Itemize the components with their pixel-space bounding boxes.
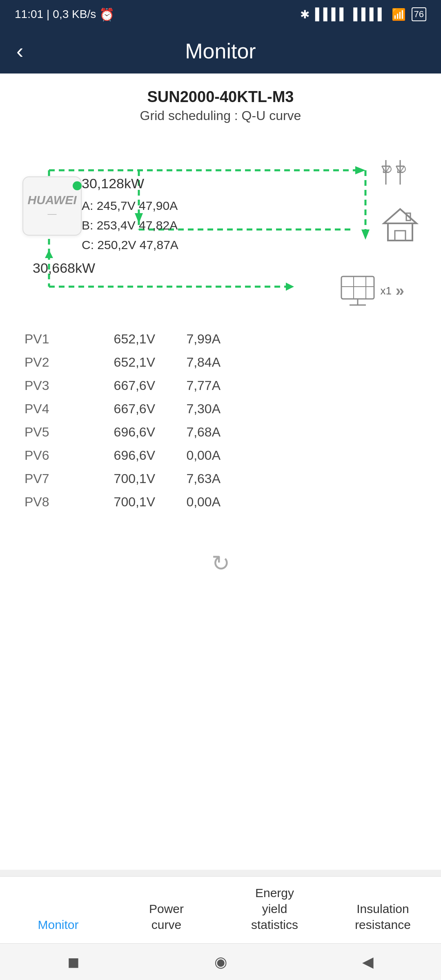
device-subtitle: Grid scheduling : Q-U curve [8, 108, 433, 123]
main-content: SUN2000-40KTL-M3 Grid scheduling : Q-U c… [0, 74, 441, 870]
status-indicator [73, 181, 82, 190]
svg-marker-22 [384, 209, 416, 223]
pv-label-3: PV3 [24, 378, 74, 393]
svg-marker-3 [361, 229, 370, 240]
pv-current-6: 0,00A [155, 448, 220, 463]
status-left: 11:01 | 0,3 KB/s ⏰ [15, 7, 114, 22]
pv-label-7: PV7 [24, 471, 74, 486]
refresh-button[interactable]: ↻ [212, 550, 230, 576]
device-name: SUN2000-40KTL-M3 [8, 88, 433, 106]
alarm-icon: ⏰ [99, 7, 114, 22]
android-home-button[interactable]: ◉ [214, 953, 227, 971]
pv-voltage-2: 652,1V [74, 355, 155, 370]
nav-insulation-label: Insulation resistance [355, 901, 411, 933]
phase-c: C: 250,2V 47,87A [82, 235, 178, 255]
pv-current-7: 7,63A [155, 471, 220, 486]
pv-table: PV1 652,1V 7,99A PV2 652,1V 7,84A PV3 66… [0, 319, 441, 526]
pv-array-icon-area: x1 » [339, 274, 404, 307]
pv-voltage-8: 700,1V [74, 494, 155, 510]
power-below: 30,668kW [33, 260, 95, 276]
phase-b: B: 253,4V 47,82A [82, 216, 178, 235]
pv-voltage-1: 652,1V [74, 332, 155, 347]
wifi-icon: 📶 [392, 8, 406, 21]
table-row: PV7 700,1V 7,63A [24, 467, 416, 490]
pv-voltage-4: 667,6V [74, 401, 155, 416]
inverter-logo: HUAWEI [28, 193, 77, 207]
nav-insulation[interactable]: Insulation resistance [342, 901, 424, 935]
svg-marker-1 [355, 166, 365, 174]
pv-voltage-7: 700,1V [74, 471, 155, 486]
inverter-power: 30,128kW [82, 172, 178, 194]
pv-label-5: PV5 [24, 425, 74, 440]
svg-marker-11 [45, 250, 53, 258]
grid-tower-icon [380, 156, 416, 189]
table-row: PV8 700,1V 0,00A [24, 490, 416, 514]
expand-pv-button[interactable]: » [396, 282, 404, 300]
inverter-dash: — [48, 209, 57, 219]
nav-monitor[interactable]: Monitor [18, 917, 99, 935]
phase-a: A: 245,7V 47,90A [82, 196, 178, 216]
pv-current-2: 7,84A [155, 355, 220, 370]
pv-voltage-5: 696,6V [74, 425, 155, 440]
table-row: PV4 667,6V 7,30A [24, 397, 416, 421]
pv-current-4: 7,30A [155, 401, 220, 416]
pv-voltage-3: 667,6V [74, 378, 155, 393]
nav-power-curve[interactable]: Power curve [126, 901, 207, 935]
signal-icon-2: ▌▌▌▌ [353, 8, 385, 21]
pv-current-3: 7,77A [155, 378, 220, 393]
signal-icon-1: ▌▌▌▌ [315, 8, 347, 21]
device-title-area: SUN2000-40KTL-M3 Grid scheduling : Q-U c… [0, 74, 441, 127]
pv-label-6: PV6 [24, 448, 74, 463]
android-square-button[interactable]: ◼ [67, 953, 80, 971]
bluetooth-icon: ✱ [300, 8, 310, 21]
pv-label-8: PV8 [24, 494, 74, 510]
android-nav-bar: ◼ ◉ ◀ [0, 943, 441, 980]
inverter-info: 30,128kW A: 245,7V 47,90A B: 253,4V 47,8… [82, 172, 178, 255]
house-icon [382, 207, 419, 244]
back-button[interactable]: ‹ [16, 39, 23, 63]
battery-icon: 76 [412, 7, 426, 21]
pv-current-5: 7,68A [155, 425, 220, 440]
data-speed: 0,3 KB/s [53, 8, 96, 21]
time-display: 11:01 [15, 8, 43, 21]
nav-energy-yield[interactable]: Energy yield statistics [234, 885, 316, 935]
table-row: PV6 696,6V 0,00A [24, 444, 416, 467]
grid-icon-area [380, 156, 416, 189]
page-title: Monitor [185, 39, 256, 63]
status-right: ✱ ▌▌▌▌ ▌▌▌▌ 📶 76 [300, 7, 426, 21]
svg-marker-9 [286, 283, 294, 291]
bottom-nav: Monitor Power curve Energy yield statist… [0, 876, 441, 943]
nav-power-curve-label: Power curve [149, 901, 184, 933]
pv-current-8: 0,00A [155, 494, 220, 510]
refresh-area: ↻ [0, 526, 441, 592]
pv-array-icon [339, 274, 376, 307]
table-row: PV2 652,1V 7,84A [24, 351, 416, 374]
house-icon-area [382, 207, 419, 244]
table-row: PV1 652,1V 7,99A [24, 327, 416, 351]
flow-diagram: HUAWEI — 30,128kW A: 245,7V 47,90A B: 25… [0, 131, 441, 319]
svg-rect-26 [341, 276, 374, 299]
pv-count-badge: x1 [380, 285, 391, 297]
table-row: PV3 667,6V 7,77A [24, 374, 416, 397]
pv-voltage-6: 696,6V [74, 448, 155, 463]
nav-monitor-label: Monitor [38, 917, 78, 933]
android-back-button[interactable]: ◀ [362, 953, 374, 971]
status-bar: 11:01 | 0,3 KB/s ⏰ ✱ ▌▌▌▌ ▌▌▌▌ 📶 76 [0, 0, 441, 29]
pv-label-4: PV4 [24, 401, 74, 416]
nav-energy-yield-label: Energy yield statistics [251, 885, 298, 933]
table-row: PV5 696,6V 7,68A [24, 421, 416, 444]
svg-rect-23 [388, 223, 412, 241]
svg-rect-24 [395, 231, 405, 241]
header: ‹ Monitor [0, 29, 441, 74]
pv-current-1: 7,99A [155, 332, 220, 347]
pv-label-1: PV1 [24, 332, 74, 347]
pv-label-2: PV2 [24, 355, 74, 370]
separator: | [47, 8, 49, 21]
